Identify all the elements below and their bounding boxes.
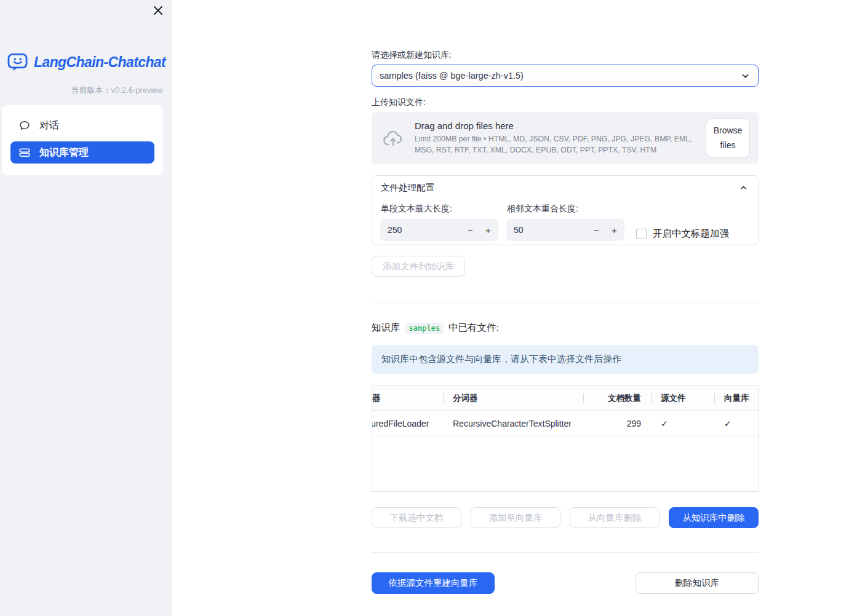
browse-files-button[interactable]: Browse files (706, 119, 750, 157)
file-config-body: 单段文本最大长度: 250 − + 相邻文本重合长度: 50 − + (372, 199, 758, 245)
add-to-vector-store-button[interactable]: 添加至向量库 (471, 507, 560, 528)
delete-kb-button[interactable]: 删除知识库 (636, 572, 759, 594)
chevron-up-icon (739, 183, 748, 192)
existing-files-prefix: 知识库 (372, 322, 401, 334)
content-column: 请选择或新建知识库: samples (faiss @ bge-large-zh… (372, 0, 759, 616)
info-banner-text: 知识库中包含源文件与向量库，请从下表中选择文件后操作 (381, 353, 621, 365)
close-sidebar-icon[interactable] (153, 5, 164, 16)
file-dropzone[interactable]: Drag and drop files here Limit 200MB per… (372, 112, 759, 164)
cell-splitter: RecursiveCharacterTextSplitter (443, 411, 583, 436)
overlap-increment-button[interactable]: + (605, 225, 623, 235)
file-actions-row: 下载选中文档 添加至向量库 从向量库删除 从知识库中删除 (372, 507, 759, 528)
kb-files-table-inner: 文档加载器 分词器 文档数量 源文件 向量库 UnstructuredFileL… (372, 386, 759, 436)
chat-bubble-icon (18, 119, 31, 132)
column-header-splitter: 分词器 (443, 386, 583, 410)
logo-chat-bubble-icon (7, 53, 28, 72)
divider (372, 552, 759, 553)
upload-label: 上传知识文件: (372, 97, 426, 108)
version-info: 当前版本：v0.2.6-preview (71, 85, 163, 96)
cell-vector-store-check: ✓ (714, 411, 759, 436)
column-header-source-file: 源文件 (651, 386, 714, 410)
existing-files-heading: 知识库 samples 中已有文件: (372, 322, 499, 334)
main-panel: 请选择或新建知识库: samples (faiss @ bge-large-zh… (172, 0, 849, 616)
chunk-size-value[interactable]: 250 (388, 225, 461, 235)
table-header-row: 文档加载器 分词器 文档数量 源文件 向量库 (372, 386, 759, 411)
add-files-to-kb-button[interactable]: 添加文件到知识库 (372, 256, 465, 277)
table-row[interactable]: UnstructuredFileLoader RecursiveCharacte… (372, 411, 759, 436)
chunk-size-label: 单段文本最大长度: (381, 203, 498, 215)
kb-select-label: 请选择或新建知识库: (372, 50, 452, 61)
dropzone-title: Drag and drop files here (415, 120, 700, 131)
sidebar-menu: 对话 知识库管理 (2, 105, 163, 175)
overlap-input[interactable]: 50 − + (506, 219, 624, 241)
sidebar: LangChain-Chatchat 当前版本：v0.2.6-preview 对… (0, 0, 172, 616)
overlap-value[interactable]: 50 (514, 225, 588, 235)
overlap-label: 相邻文本重合长度: (507, 203, 624, 215)
collection-icon (18, 146, 31, 159)
kb-footer-actions: 依据源文件重建向量库 删除知识库 (372, 572, 759, 594)
expander-title: 文件处理配置 (381, 182, 434, 194)
kb-select[interactable]: samples (faiss @ bge-large-zh-v1.5) (372, 65, 759, 87)
delete-from-kb-button[interactable]: 从知识库中删除 (669, 507, 759, 528)
sidebar-item-knowledge-base[interactable]: 知识库管理 (10, 141, 154, 164)
version-label: 当前版本： (71, 85, 111, 95)
zh-title-checkbox[interactable] (636, 229, 647, 239)
file-config-expander: 文件处理配置 单段文本最大长度: 250 − + 相邻文本重合长度: (372, 175, 759, 245)
zh-title-checkbox-row: 开启中文标题加强 (632, 223, 729, 245)
chevron-down-icon (740, 71, 751, 81)
cell-docs-count: 299 (583, 411, 651, 436)
app-logo: LangChain-Chatchat (7, 53, 165, 72)
sidebar-item-label: 知识库管理 (39, 146, 89, 159)
column-header-loader: 文档加载器 (372, 386, 443, 410)
column-header-vector-store: 向量库 (714, 386, 759, 410)
dropzone-hint: Limit 200MB per file • HTML, MD, JSON, C… (415, 134, 700, 156)
existing-files-suffix: 中已有文件: (448, 322, 499, 334)
delete-from-vector-store-button[interactable]: 从向量库删除 (570, 507, 660, 528)
cell-loader: UnstructuredFileLoader (372, 411, 443, 436)
chunk-size-input[interactable]: 250 − + (380, 219, 498, 241)
column-header-docs-count: 文档数量 (583, 386, 651, 410)
kb-select-value: samples (faiss @ bge-large-zh-v1.5) (380, 71, 524, 81)
sidebar-item-label: 对话 (39, 119, 59, 132)
overlap-decrement-button[interactable]: − (588, 225, 605, 235)
zh-title-checkbox-label[interactable]: 开启中文标题加强 (653, 227, 729, 240)
dropzone-text: Drag and drop files here Limit 200MB per… (415, 120, 706, 156)
app-title: LangChain-Chatchat (34, 54, 165, 71)
rebuild-vector-store-button[interactable]: 依据源文件重建向量库 (372, 572, 495, 594)
cloud-upload-icon (381, 128, 406, 148)
info-banner: 知识库中包含源文件与向量库，请从下表中选择文件后操作 (372, 345, 759, 374)
cell-source-file-check: ✓ (651, 411, 714, 436)
sidebar-item-dialogue[interactable]: 对话 (10, 114, 154, 136)
chunk-size-decrement-button[interactable]: − (461, 225, 479, 235)
kb-files-table[interactable]: 文档加载器 分词器 文档数量 源文件 向量库 UnstructuredFileL… (372, 385, 759, 492)
kb-name-code: samples (405, 323, 444, 334)
chunk-size-increment-button[interactable]: + (479, 225, 497, 235)
version-value: v0.2.6-preview (111, 85, 163, 95)
divider (372, 302, 759, 302)
file-config-expander-header[interactable]: 文件处理配置 (372, 176, 758, 199)
download-selected-button[interactable]: 下载选中文档 (372, 507, 461, 528)
